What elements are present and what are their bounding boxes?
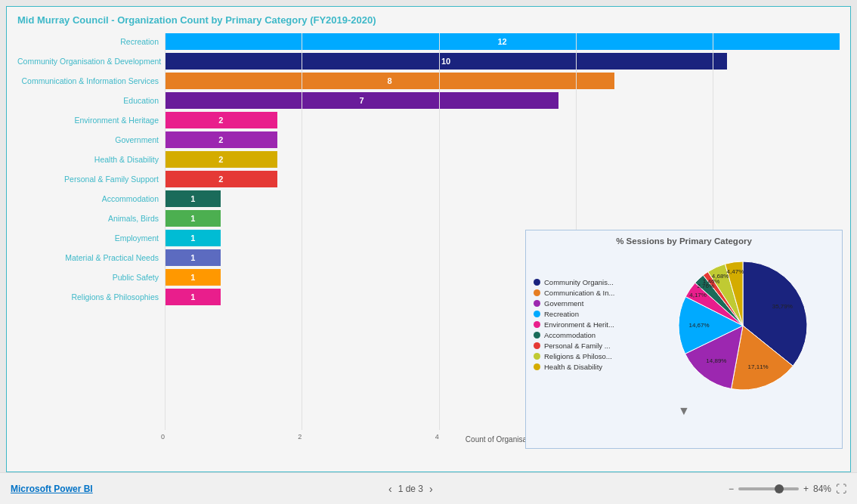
pie-label: 4,47% [726,268,744,275]
page-indicator: 1 de 3 [398,484,423,494]
bar-row: Education7 [17,92,840,109]
zoom-thumb[interactable] [775,484,784,493]
zoom-out-button[interactable]: − [729,484,734,494]
pie-svg-container: 35,79%17,11%14,89%14,67%4,17%2,76%1,46%4… [651,250,834,401]
x-tick: 2 [298,433,302,441]
bar-label: Material & Practical Needs [17,253,165,262]
bar-label: Environment & Heritage [17,116,165,125]
bar-label: Public Safety [17,273,165,282]
legend-item: Community Organis... [534,278,651,286]
bar-label: Education [17,96,165,105]
pie-label: 17,11% [747,363,768,370]
bar-row: Personal & Family Support2 [17,171,840,187]
bar-label: Community Organisation & Development [17,57,165,66]
pie-label: 35,79% [772,303,792,310]
zoom-slider[interactable] [738,487,799,490]
bar-fill[interactable]: 2 [165,112,277,128]
bar-container: 7 [165,92,840,109]
bar-fill[interactable]: 2 [165,151,277,168]
legend-item: Health & Disability [534,363,651,371]
legend-dot [534,342,540,349]
zoom-value: 84% [813,484,831,494]
legend-dot [534,300,540,307]
bar-fill[interactable]: 1 [165,249,221,266]
zoom-in-button[interactable]: + [803,484,809,494]
pie-content: Community Organis...Communication & In..… [534,250,834,401]
legend-dot [534,353,540,360]
bar-fill[interactable]: 1 [165,269,221,286]
prev-page-button[interactable]: ‹ [388,483,392,495]
bar-container: 12 [165,33,840,50]
next-page-button[interactable]: › [429,483,433,495]
bar-label: Animals, Birds [17,214,165,223]
bar-container: 1 [165,190,840,207]
pie-chart-svg: 35,79%17,11%14,89%14,67%4,17%2,76%1,46%4… [667,250,818,401]
bar-container: 2 [165,112,840,128]
bar-label: Recreation [17,37,165,46]
bar-fill[interactable]: 2 [165,171,277,187]
legend-label: Environment & Herit... [544,320,614,329]
pagination: ‹ 1 de 3 › [388,483,433,495]
legend-dot [534,279,540,286]
legend-label: Community Organis... [544,278,614,286]
legend-item: Personal & Family ... [534,342,651,350]
legend-dot [534,332,540,339]
bar-fill[interactable]: 1 [165,210,221,227]
legend-item: Accommodation [534,331,651,339]
bar-label: Religions & Philosophies [17,292,165,301]
bar-row: Communication & Information Services8 [17,73,840,89]
bar-container: 2 [165,171,840,187]
bar-fill[interactable]: 12 [165,33,840,50]
bar-row: Government2 [17,131,840,148]
bar-fill[interactable]: 8 [165,73,614,89]
pie-label: 14,67% [688,322,709,329]
bar-row: Environment & Heritage2 [17,112,840,128]
bar-fill[interactable]: 1 [165,190,221,207]
legend-label: Government [544,299,583,308]
bar-row: Animals, Birds1 [17,210,840,227]
bar-fill[interactable]: 1 [165,289,221,305]
legend-dot [534,311,540,317]
legend-label: Personal & Family ... [544,342,611,350]
bar-container: 10 [165,53,840,70]
bar-container: 2 [165,131,840,148]
bar-label: Accommodation [17,194,165,203]
bar-fill[interactable]: 1 [165,230,221,246]
legend-dot [534,289,540,296]
main-container: Mid Murray Council - Organization Count … [0,0,857,504]
chart-title: Mid Murray Council - Organization Count … [17,14,840,26]
fullscreen-button[interactable]: ⛶ [836,483,846,495]
bar-fill[interactable]: 2 [165,131,277,148]
bar-label: Communication & Information Services [17,76,165,85]
legend-label: Religions & Philoso... [544,352,612,360]
bar-row: Community Organisation & Development10 [17,53,840,70]
pie-chart-overlay: % Sessions by Primary Category Community… [525,230,843,449]
pie-label: 14,89% [706,357,726,364]
bar-container: 1 [165,210,840,227]
legend-item: Communication & In... [534,289,651,297]
legend-item: Environment & Herit... [534,320,651,329]
bar-label: Personal & Family Support [17,175,165,184]
bar-label: Government [17,135,165,144]
pie-label: 4,17% [689,292,707,298]
legend-item: Religions & Philoso... [534,352,651,360]
legend-label: Communication & In... [544,289,614,297]
bar-container: 8 [165,73,840,89]
legend-label: Recreation [544,310,579,318]
legend-dot [534,321,540,328]
legend-label: Accommodation [544,331,596,339]
bar-container: 2 [165,151,840,168]
bar-row: Accommodation1 [17,190,840,207]
zoom-controls: − + 84% ⛶ [729,483,846,495]
pie-scroll-down[interactable]: ▼ [678,404,690,417]
bar-fill[interactable]: 10 [165,53,727,70]
legend-item: Recreation [534,310,651,318]
bar-label: Health & Disability [17,155,165,164]
legend-label: Health & Disability [544,363,602,371]
x-tick: 4 [435,433,439,441]
bar-fill[interactable]: 7 [165,92,558,109]
pie-legend: Community Organis...Communication & In..… [534,278,651,373]
legend-dot [534,363,540,370]
bottom-bar: Microsoft Power BI ‹ 1 de 3 › − + 84% ⛶ [0,472,857,504]
powerbi-link[interactable]: Microsoft Power BI [11,484,93,494]
